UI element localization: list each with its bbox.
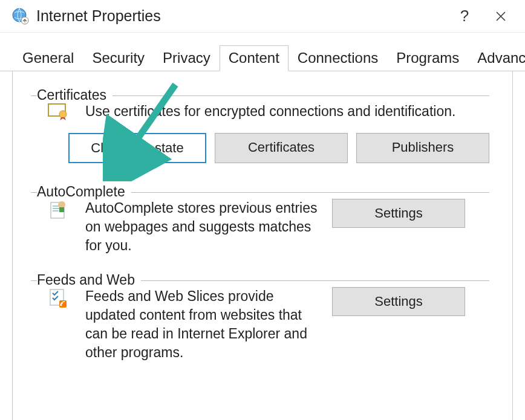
tab-general[interactable]: General bbox=[13, 45, 83, 71]
tab-advanced[interactable]: Advanced bbox=[468, 45, 525, 71]
window-title: Internet Properties bbox=[36, 7, 446, 25]
help-button[interactable]: ? bbox=[446, 0, 483, 33]
svg-point-3 bbox=[59, 111, 67, 118]
tab-content[interactable]: Content bbox=[220, 45, 289, 71]
autocomplete-icon bbox=[45, 199, 72, 221]
tab-strip: General Security Privacy Content Connect… bbox=[0, 33, 525, 71]
svg-rect-6 bbox=[59, 207, 64, 212]
clear-ssl-state-button[interactable]: Clear SSL state bbox=[68, 133, 206, 163]
publishers-button[interactable]: Publishers bbox=[356, 133, 489, 163]
feeds-settings-button[interactable]: Settings bbox=[332, 287, 465, 316]
app-icon bbox=[11, 7, 30, 26]
group-label-feeds: Feeds and Web bbox=[37, 272, 141, 288]
autocomplete-settings-button[interactable]: Settings bbox=[332, 199, 465, 228]
group-label-certificates: Certificates bbox=[37, 87, 112, 103]
autocomplete-desc: AutoComplete stores previous entries on … bbox=[85, 199, 321, 255]
certificates-button[interactable]: Certificates bbox=[215, 133, 348, 163]
group-label-autocomplete: AutoComplete bbox=[37, 184, 131, 200]
svg-point-9 bbox=[60, 305, 62, 306]
tab-connections[interactable]: Connections bbox=[289, 45, 387, 71]
feeds-icon bbox=[45, 287, 72, 309]
tab-privacy[interactable]: Privacy bbox=[154, 45, 220, 71]
certificate-icon bbox=[45, 102, 72, 120]
certificates-desc: Use certificates for encrypted connectio… bbox=[85, 102, 489, 121]
close-button[interactable] bbox=[483, 0, 519, 33]
tab-security[interactable]: Security bbox=[83, 45, 154, 71]
tab-programs[interactable]: Programs bbox=[387, 45, 468, 71]
feeds-desc: Feeds and Web Slices provide updated con… bbox=[85, 287, 321, 362]
